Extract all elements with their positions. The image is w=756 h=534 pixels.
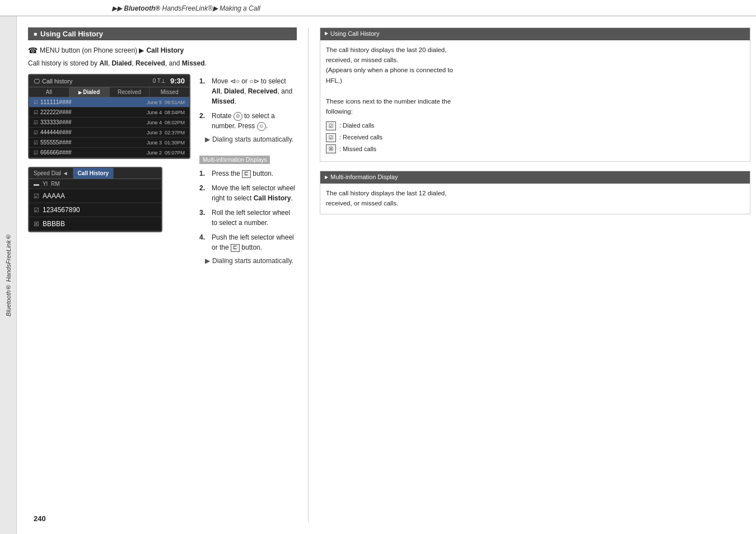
legend-missed: ☒ : Missed calls bbox=[326, 144, 744, 154]
breadcrumb-brand: Bluetooth® bbox=[124, 4, 160, 12]
screen2-row: ☑ AAAAA bbox=[29, 189, 161, 203]
legend-received-icon: ☑ bbox=[326, 133, 336, 142]
row-icon-received: ☑ bbox=[34, 207, 39, 214]
phone-icon: ☎ bbox=[28, 46, 38, 55]
breadcrumb-prefix: ▶▶ bbox=[112, 4, 122, 12]
sub-step-display-text: Dialing starts automatically. bbox=[212, 257, 293, 265]
display-label-1: Multi-information Displays bbox=[199, 156, 270, 164]
display-step-4: 4. Push the left selector wheel or the ⊏… bbox=[199, 232, 297, 252]
row-text-1: AAAAA bbox=[43, 192, 65, 200]
row-text-2: 1234567890 bbox=[43, 206, 80, 214]
screen-row: ☑333333#### June 4 08:02PM bbox=[29, 118, 189, 128]
display-step-1-num: 1. bbox=[199, 168, 209, 179]
icon-legend: ☑ : Dialed calls ☑ : Received calls ☒ : … bbox=[326, 121, 744, 154]
screen-row: ☑111111#### June 5 09:51AM bbox=[29, 97, 189, 107]
display-step-3-num: 3. bbox=[199, 208, 209, 228]
legend-received-label: : Received calls bbox=[339, 133, 382, 143]
right-column: Using Call History The call history disp… bbox=[308, 27, 750, 523]
screen-header-time: 9:30 bbox=[170, 77, 185, 85]
display-step-2-num: 2. bbox=[199, 183, 209, 203]
button-icon-1: ⊏ bbox=[242, 170, 251, 178]
display-step-3-text: Roll the left selector wheel to select a… bbox=[212, 208, 297, 228]
display-step-2: 2. Move the left selector wheel right to… bbox=[199, 183, 297, 203]
row-icon-missed: ☒ bbox=[34, 221, 39, 228]
sub-arrow-2: ▶ bbox=[205, 257, 210, 265]
step-2-num: 2. bbox=[199, 111, 209, 131]
legend-dialed: ☑ : Dialed calls bbox=[326, 121, 744, 131]
screen-header: 🖵 Call history 0 T⊥ 9:30 bbox=[29, 75, 189, 87]
sub-arrow: ▶ bbox=[205, 135, 210, 143]
screen-row: ☑555555#### June 3 01:30PM bbox=[29, 138, 189, 148]
screen-row: ☑666666#### June 2 05:07PM bbox=[29, 148, 189, 158]
path-bold: Call History bbox=[146, 46, 184, 54]
main-content: Bluetooth® HandsFreeLink® Using Call His… bbox=[0, 16, 756, 534]
section-heading: Using Call History bbox=[28, 27, 297, 40]
left-column: Using Call History ☎ MENU button (on Pho… bbox=[28, 27, 308, 523]
content-area: Using Call History ☎ MENU button (on Pho… bbox=[17, 16, 756, 534]
legend-missed-label: : Missed calls bbox=[339, 144, 376, 154]
display-step-1: 1. Press the ⊏ button. bbox=[199, 168, 297, 179]
display-step-1-text: Press the ⊏ button. bbox=[212, 168, 297, 179]
screen2-row: ☒ BBBBB bbox=[29, 217, 161, 231]
info-box-1: Using Call History The call history disp… bbox=[320, 27, 750, 162]
tab-missed: Missed bbox=[150, 87, 189, 97]
legend-missed-icon: ☒ bbox=[326, 144, 336, 153]
path-line: ☎ MENU button (on Phone screen) ▶ Call H… bbox=[28, 46, 297, 55]
screen2-battery-icon: ▬ bbox=[34, 181, 39, 187]
screen-mockup-2: Speed Dial ◄ Call History ▬ Yl RM ☑ AAAA… bbox=[28, 167, 162, 232]
tab-call-history: Call History bbox=[73, 168, 114, 179]
screen2-icons-row: ▬ Yl RM bbox=[29, 179, 161, 189]
step-1-num: 1. bbox=[199, 76, 209, 106]
sub-step-display: ▶ Dialing starts automatically. bbox=[205, 257, 297, 265]
tab-received: Received bbox=[110, 87, 150, 97]
display-step-3: 3. Roll the left selector wheel to selec… bbox=[199, 208, 297, 228]
screen-mockup-1: 🖵 Call history 0 T⊥ 9:30 bbox=[28, 74, 190, 159]
tab-all: All bbox=[29, 87, 69, 97]
steps-section: 1. Move ⊲○ or ○⊳ to select All, Dialed, … bbox=[199, 76, 297, 268]
tab-speed-dial: Speed Dial ◄ bbox=[29, 168, 73, 179]
info-box-2: Multi-information Display The call histo… bbox=[320, 171, 750, 214]
step-1-text: Move ⊲○ or ○⊳ to select All, Dialed, Rec… bbox=[212, 76, 297, 106]
sub-step-main: ▶ Dialing starts automatically. bbox=[205, 135, 297, 143]
button-icon-2: ⊏ bbox=[231, 244, 240, 252]
step-1: 1. Move ⊲○ or ○⊳ to select All, Dialed, … bbox=[199, 76, 297, 106]
screen-row: ☑222222#### June 4 08:04PM bbox=[29, 107, 189, 118]
breadcrumb-mid: HandsFreeLink®▶ bbox=[162, 4, 218, 12]
display-step-2-text: Move the left selector wheel right to se… bbox=[212, 183, 297, 203]
info-text-1: The call history displays the last 20 di… bbox=[326, 45, 744, 86]
description-text: Call history is stored by All, Dialed, R… bbox=[28, 59, 297, 67]
screen-header-icon: 🖵 bbox=[34, 78, 40, 85]
sidebar-label: Bluetooth® HandsFreeLink® bbox=[5, 233, 12, 316]
row-icon-dialed: ☑ bbox=[34, 193, 39, 200]
legend-dialed-label: : Dialed calls bbox=[339, 121, 374, 131]
screen2-rm-label: RM bbox=[51, 181, 60, 187]
screen-header-center: 0 T⊥ bbox=[153, 78, 166, 84]
tab-dialed: Dialed bbox=[69, 87, 110, 97]
row-text-3: BBBBB bbox=[43, 220, 65, 228]
legend-dialed-icon: ☑ bbox=[326, 121, 336, 130]
step-2-text: Rotate ⊙ to select a number. Press ☺. bbox=[212, 111, 297, 131]
sub-step-text: Dialing starts automatically. bbox=[212, 135, 293, 143]
screen2-signal-icon: Yl bbox=[43, 181, 48, 187]
info-box-2-title: Multi-information Display bbox=[320, 171, 750, 184]
screens-column: 🖵 Call history 0 T⊥ 9:30 bbox=[28, 74, 190, 268]
legend-received: ☑ : Received calls bbox=[326, 133, 744, 143]
sidebar-tab: Bluetooth® HandsFreeLink® bbox=[0, 16, 17, 534]
info-text-3: The call history displays the last 12 di… bbox=[326, 188, 744, 209]
breadcrumb-end: Making a Call bbox=[220, 4, 260, 12]
display-step-4-text: Push the left selector wheel or the ⊏ bu… bbox=[212, 232, 297, 252]
display-step-4-num: 4. bbox=[199, 232, 209, 252]
screen-tabs: All Dialed Received Missed bbox=[29, 87, 189, 97]
page-number: 240 bbox=[34, 514, 46, 523]
screen-row: ☑444444#### June 3 02:37PM bbox=[29, 128, 189, 138]
screen-header-left: 🖵 Call history bbox=[34, 78, 72, 85]
info-text-2: These icons next to the number indicate … bbox=[326, 96, 744, 117]
breadcrumb: ▶▶ Bluetooth® HandsFreeLink®▶ Making a C… bbox=[0, 0, 756, 16]
screen2-header: Speed Dial ◄ Call History bbox=[29, 168, 161, 179]
screen2-row: ☑ 1234567890 bbox=[29, 203, 161, 217]
info-box-1-title: Using Call History bbox=[320, 28, 750, 40]
screen-header-title: Call history bbox=[42, 78, 72, 85]
step-2: 2. Rotate ⊙ to select a number. Press ☺. bbox=[199, 111, 297, 131]
path-text: MENU button (on Phone screen) ▶ bbox=[40, 46, 144, 54]
section-title: Using Call History bbox=[40, 30, 103, 38]
